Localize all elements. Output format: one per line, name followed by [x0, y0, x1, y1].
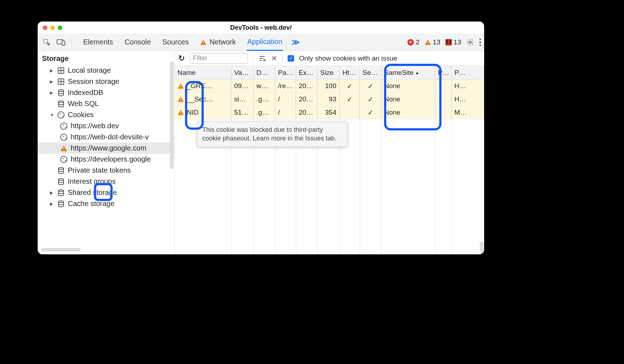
- cookie-origin-google[interactable]: https://www.google.com: [38, 143, 174, 154]
- col-value[interactable]: Va…: [231, 66, 254, 79]
- sidebar-item-private-state-tokens[interactable]: ▶ Private state tokens: [38, 165, 174, 176]
- cookie-icon: [60, 155, 68, 163]
- sidebar: Storage ▶ Local storage ▶ Session storag…: [38, 51, 175, 254]
- cookie-origin-developers[interactable]: https://developers.google: [38, 154, 174, 165]
- clear-filter-icon[interactable]: [258, 54, 266, 62]
- svg-point-18: [58, 101, 63, 102]
- horizontal-scrollbar[interactable]: [41, 248, 81, 252]
- vertical-scrollbar[interactable]: [170, 62, 174, 169]
- svg-point-17: [58, 90, 63, 91]
- zoom-window-button[interactable]: [58, 25, 62, 30]
- tab-sources[interactable]: Sources: [162, 34, 189, 51]
- database-icon: [57, 200, 65, 208]
- settings-icon[interactable]: [466, 38, 474, 46]
- device-toolbar-icon[interactable]: [55, 36, 67, 48]
- warning-icon: [178, 109, 184, 116]
- sidebar-item-label: Interest groups: [68, 177, 115, 186]
- grid-icon: [57, 67, 65, 75]
- error-counter[interactable]: ✕ 2: [407, 38, 420, 46]
- col-httponly[interactable]: Ht…: [340, 66, 360, 79]
- col-domain[interactable]: D…: [254, 66, 275, 79]
- svg-rect-35: [180, 114, 181, 115]
- col-priority[interactable]: P…: [435, 66, 452, 79]
- caret-right-icon: ▶: [50, 190, 54, 195]
- svg-rect-32: [180, 98, 181, 100]
- svg-rect-34: [180, 111, 181, 113]
- svg-rect-19: [63, 147, 64, 149]
- tab-network[interactable]: Network: [199, 34, 236, 51]
- minimize-window-button[interactable]: [50, 25, 55, 30]
- kebab-menu-icon[interactable]: [479, 38, 481, 46]
- issues-counter[interactable]: ❚❚ 13: [445, 38, 461, 46]
- caret-right-icon: ▶: [50, 90, 54, 95]
- cookie-icon: [57, 111, 65, 119]
- svg-point-22: [58, 178, 63, 180]
- inspect-element-icon[interactable]: [41, 36, 53, 48]
- col-size[interactable]: Size: [317, 66, 340, 79]
- warning-counter[interactable]: 13: [425, 38, 440, 46]
- cookies-panel: ↻ Filter ✕ ✓ Only show cookies with an i…: [175, 51, 484, 254]
- col-samesite[interactable]: SameSite▲: [381, 66, 435, 79]
- table-row[interactable]: NID 51… .g… / 20… 354 ✓ None M…: [175, 106, 484, 119]
- svg-rect-6: [427, 43, 428, 44]
- clear-all-button[interactable]: ✕: [271, 54, 277, 63]
- caret-down-icon: ▼: [50, 112, 54, 118]
- svg-rect-33: [180, 101, 181, 101]
- caret-right-icon: ▶: [50, 68, 54, 73]
- warning-icon: [200, 39, 207, 46]
- more-tabs-button[interactable]: ≫: [292, 38, 300, 47]
- sidebar-item-label: Shared storage: [68, 188, 117, 197]
- sidebar-item-label: Session storage: [68, 77, 119, 86]
- col-path[interactable]: Pa…: [275, 66, 296, 79]
- sidebar-item-label: Cookies: [68, 111, 94, 119]
- cookie-origin-webdev[interactable]: https://web.dev: [38, 120, 174, 131]
- database-icon: [57, 167, 65, 174]
- close-window-button[interactable]: [43, 25, 47, 30]
- sidebar-item-label: https://web-dot-devsite-v: [71, 133, 149, 141]
- svg-point-8: [479, 38, 481, 40]
- col-secure[interactable]: Se…: [360, 66, 381, 79]
- svg-rect-30: [180, 85, 181, 87]
- col-partition[interactable]: P…: [452, 66, 484, 79]
- panel-tabs: Elements Console Sources Network Applica…: [82, 34, 283, 51]
- cookies-table: Name Va… D… Pa… Ex… Size Ht… Se… SameSit…: [175, 66, 484, 254]
- table-body: _GRE… 09… w… /re… 20… 100 ✓ ✓ None H…: [175, 80, 484, 119]
- svg-point-23: [58, 190, 63, 191]
- svg-point-10: [479, 44, 481, 46]
- col-name[interactable]: Name: [175, 66, 231, 79]
- cookies-toolbar: ↻ Filter ✕ ✓ Only show cookies with an i…: [175, 51, 484, 66]
- tab-application[interactable]: Application: [247, 34, 283, 51]
- sidebar-item-indexeddb[interactable]: ▶ IndexedDB: [38, 87, 174, 98]
- sidebar-item-cache-storage[interactable]: ▶ Cache storage: [38, 198, 174, 209]
- tab-console[interactable]: Console: [124, 34, 151, 51]
- cookie-origin-devsite[interactable]: https://web-dot-devsite-v: [38, 131, 174, 143]
- sidebar-item-label: https://web.dev: [71, 122, 119, 130]
- vertical-scrollbar[interactable]: [480, 241, 483, 253]
- sidebar-item-websql[interactable]: ▶ Web SQL: [38, 98, 174, 109]
- table-row[interactable]: __Sec… si… .g… / 20… 93 ✓ ✓ None H…: [175, 93, 484, 106]
- titlebar: DevTools - web.dev/: [38, 21, 484, 34]
- svg-rect-3: [203, 41, 204, 43]
- col-expires[interactable]: Ex…: [296, 66, 317, 79]
- svg-rect-31: [180, 87, 181, 88]
- tab-elements[interactable]: Elements: [82, 34, 114, 51]
- sidebar-item-label: Local storage: [68, 66, 111, 75]
- only-issues-label: Only show cookies with an issue: [299, 54, 397, 62]
- sidebar-item-session-storage[interactable]: ▶ Session storage: [38, 76, 174, 87]
- sidebar-item-label: Private state tokens: [68, 166, 131, 174]
- filter-input[interactable]: Filter: [190, 53, 248, 64]
- sidebar-item-local-storage[interactable]: ▶ Local storage: [38, 65, 174, 76]
- svg-rect-2: [62, 41, 65, 45]
- only-issues-checkbox[interactable]: ✓: [288, 55, 294, 62]
- filter-placeholder: Filter: [193, 54, 207, 62]
- warning-icon: [425, 39, 431, 46]
- svg-point-21: [58, 167, 63, 169]
- warning-icon: [178, 96, 184, 102]
- sidebar-item-interest-groups[interactable]: ▶ Interest groups: [38, 176, 174, 187]
- svg-point-9: [479, 41, 481, 43]
- devtools-window: DevTools - web.dev/ Elements Console Sou…: [38, 21, 484, 254]
- table-row[interactable]: _GRE… 09… w… /re… 20… 100 ✓ ✓ None H…: [175, 80, 484, 93]
- reload-button[interactable]: ↻: [178, 54, 185, 63]
- sidebar-item-shared-storage[interactable]: ▶ Shared storage: [38, 187, 174, 198]
- sidebar-item-cookies[interactable]: ▼ Cookies: [38, 109, 174, 120]
